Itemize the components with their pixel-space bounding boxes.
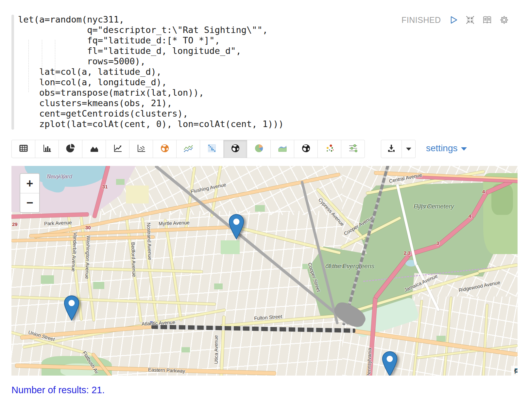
- route-shield-31: 31: [102, 184, 108, 189]
- school-area: [126, 186, 149, 203]
- label-nostrand-avenue: Nostrand Avenue: [146, 222, 153, 260]
- indent-guide: [42, 40, 42, 92]
- status-badge: FINISHED: [401, 15, 441, 25]
- viz-line-chart-button[interactable]: [106, 140, 129, 158]
- park-area: [93, 282, 104, 289]
- map-marker-3[interactable]: [382, 351, 398, 376]
- caret-down-icon: [406, 148, 411, 151]
- label-bedford-avenue: Bedford Avenue: [130, 242, 137, 277]
- viz-bar-chart-button[interactable]: [35, 140, 59, 158]
- gear-icon[interactable]: [499, 15, 509, 25]
- download-icon: [387, 144, 396, 154]
- road-minor: [11, 296, 216, 305]
- book-icon[interactable]: [482, 15, 492, 25]
- map-zoom-control: + −: [20, 173, 40, 213]
- viz-pie-chart-button[interactable]: [59, 140, 82, 158]
- viz-donut-chart-button[interactable]: [247, 140, 271, 158]
- viz-correlation-matrix-button[interactable]: [200, 140, 224, 158]
- bar-chart-icon: [42, 143, 52, 155]
- viz-world-map-orange-button[interactable]: [153, 140, 177, 158]
- route-shield-29: 29: [12, 221, 18, 227]
- paragraph-controls: FINISHED: [401, 15, 509, 25]
- road-myrtle-east: [239, 227, 341, 254]
- park-area: [116, 179, 125, 185]
- label-pennsylvania-avenue: Pennsylvania: [366, 348, 372, 376]
- globe-black-icon: [230, 143, 241, 155]
- download-button[interactable]: [381, 140, 402, 158]
- area-chart-icon: [89, 143, 99, 155]
- play-icon[interactable]: [448, 15, 458, 25]
- code-editor[interactable]: let(a=random(nyc311, q="descriptor_t:\"R…: [18, 14, 378, 129]
- road-minor: [211, 166, 222, 217]
- label-flushing-avenue: Flushing Avenue: [190, 182, 227, 194]
- label-eastern-parkway: Eastern Parkway: [148, 367, 185, 374]
- pie-chart-icon: [65, 143, 76, 155]
- sliders-icon: [348, 143, 358, 155]
- download-button-group: [381, 140, 416, 158]
- globe-orange-icon: [160, 143, 170, 155]
- area-colored-icon: [277, 143, 288, 155]
- label-park-avenue: Park Avenue: [44, 219, 72, 226]
- viz-stream-chart-button[interactable]: [270, 140, 294, 158]
- globe-black-alt-icon: [301, 143, 311, 155]
- viz-spline-chart-button[interactable]: [176, 140, 200, 158]
- map-attribution: Leaflet | © OpenStreetMap contributors: [511, 366, 518, 376]
- code-line: zplot(lat=colAt(cent, 0), lon=colAt(cent…: [18, 119, 378, 129]
- park-area: [214, 283, 223, 289]
- label-washington-avenue: Washington Avenue: [84, 235, 92, 279]
- spline-chart-icon: [183, 143, 194, 155]
- code-line: cent=getCentroids(clusters),: [18, 108, 378, 119]
- bubble-scatter-icon: [324, 143, 335, 155]
- viz-button-group: [11, 140, 365, 158]
- label-cypress-avenue: Cypress Avenue: [317, 197, 346, 227]
- code-line: rows=5000),: [18, 56, 378, 67]
- viz-area-chart-button[interactable]: [82, 140, 106, 158]
- road-park-avenue: [11, 213, 89, 218]
- route-shield-3: 3: [436, 240, 439, 246]
- code-line: lat=col(a, latitude_d),: [18, 67, 378, 77]
- settings-caret-icon: [461, 147, 467, 151]
- zoom-in-button[interactable]: +: [20, 174, 39, 193]
- route-shield-4a: 4: [469, 213, 471, 219]
- label-myrtle-avenue: Myrtle Avenue: [159, 220, 190, 226]
- park-area: [436, 336, 446, 342]
- compress-icon[interactable]: [465, 15, 475, 25]
- route-shield-30: 30: [85, 225, 91, 230]
- code-line: clusters=kmeans(obs, 21),: [18, 98, 378, 108]
- code-line: fq="latitude_d:[* TO *]",: [18, 35, 378, 46]
- map-marker-2[interactable]: [64, 295, 79, 321]
- pie-colored-icon: [254, 143, 264, 155]
- road-broadway-elevated: [154, 166, 350, 325]
- table-icon: [18, 143, 29, 155]
- road-minor: [482, 304, 488, 376]
- code-line: q="descriptor_t:\"Rat Sighting\"",: [18, 25, 378, 35]
- label-ridgewood-avenue: Ridgewood Avenue: [458, 280, 501, 293]
- park-area: [221, 240, 240, 254]
- viz-bubble-chart-button[interactable]: [317, 140, 341, 158]
- code-line: lon=col(a, longitude_d),: [18, 77, 378, 88]
- road-cypress: [316, 188, 365, 240]
- route-shield-2-3: 2 3: [404, 250, 411, 256]
- viz-table-button[interactable]: [11, 140, 35, 158]
- viz-scatter-plot-button[interactable]: [129, 140, 153, 158]
- settings-label: settings: [426, 143, 458, 153]
- code-line: let(a=random(nyc311,: [18, 14, 378, 25]
- viz-parallel-sliders-button[interactable]: [341, 140, 365, 158]
- map-marker-1[interactable]: [229, 214, 244, 239]
- line-chart-icon: [112, 143, 123, 155]
- download-options-button[interactable]: [402, 140, 416, 158]
- zoom-out-button[interactable]: −: [20, 193, 39, 212]
- leaflet-map[interactable]: BrooklynNavy Yard CypressHills Cemetery …: [11, 166, 518, 376]
- viz-world-map-alt-button[interactable]: [294, 140, 318, 158]
- park-area: [181, 347, 190, 352]
- visualization-toolbar: settings: [11, 140, 365, 158]
- park-area: [41, 275, 54, 284]
- editor-gutter: [11, 15, 14, 130]
- contributors-text: contributors: [514, 366, 518, 376]
- settings-toggle[interactable]: settings: [426, 143, 467, 153]
- route-shield-4b: 4: [482, 189, 485, 194]
- viz-world-map-button[interactable]: [223, 140, 247, 158]
- matrix-grid-icon: [207, 143, 217, 155]
- scatter-plot-icon: [136, 143, 146, 155]
- label-utica-avenue: Utica Avenue: [213, 335, 219, 364]
